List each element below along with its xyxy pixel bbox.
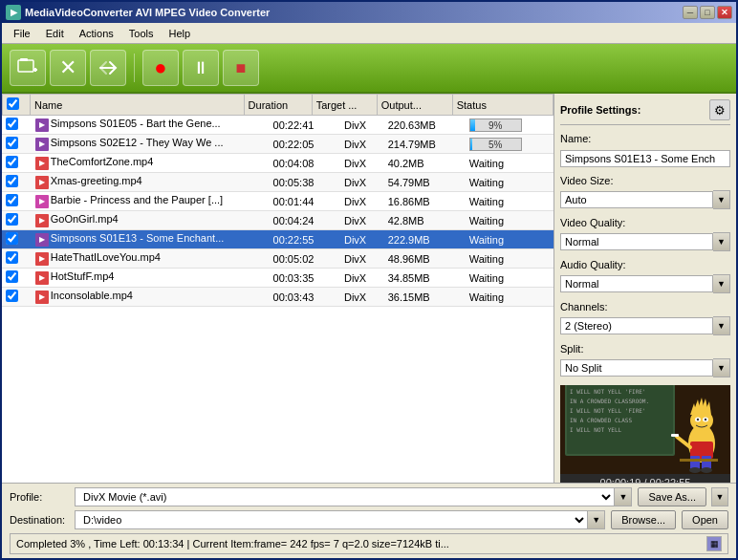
destination-arrow[interactable]: ▼ <box>588 510 605 529</box>
stop-button[interactable]: ■ <box>223 50 259 86</box>
file-duration: 00:03:35 <box>270 269 340 288</box>
progress-bar: 9% <box>469 118 522 132</box>
table-scroll[interactable]: ▶Simpsons S01E05 - Bart the Gene...00:22… <box>2 116 554 483</box>
close-button[interactable]: ✕ <box>717 6 732 19</box>
maximize-button[interactable]: □ <box>700 6 715 19</box>
name-input[interactable] <box>560 150 730 167</box>
file-duration: 00:05:02 <box>270 249 340 269</box>
status-text: Completed 3% , Time Left: 00:13:34 | Cur… <box>16 538 706 549</box>
table-row[interactable]: ▶HotStufF.mp400:03:35DivX34.85MBWaiting <box>2 269 554 288</box>
row-checkbox[interactable] <box>6 290 18 302</box>
table-row[interactable]: ▶Xmas-greeting.mp400:05:38DivX54.79MBWai… <box>2 173 554 192</box>
menu-help[interactable]: Help <box>161 26 198 41</box>
row-checkbox[interactable] <box>6 175 18 187</box>
browse-button[interactable]: Browse... <box>611 510 676 529</box>
table-row[interactable]: ▶Simpsons S01E13 - Some Enchant...00:22:… <box>2 230 554 249</box>
video-quality-label: Video Quality: <box>560 217 730 228</box>
video-size-select[interactable]: Auto <box>560 191 713 208</box>
file-target: DivX <box>340 154 384 173</box>
table-row[interactable]: ▶HateThatILoveYou.mp400:05:02DivX48.96MB… <box>2 249 554 269</box>
video-size-arrow[interactable]: ▼ <box>713 190 730 209</box>
file-status: Waiting <box>466 192 554 211</box>
channels-arrow[interactable]: ▼ <box>713 316 730 335</box>
add-files-button[interactable] <box>10 50 46 86</box>
save-as-button[interactable]: Save As... <box>638 487 706 506</box>
table-row[interactable]: ▶Simpsons S02E12 - They Way We ...00:22:… <box>2 135 554 154</box>
svg-rect-30 <box>680 459 718 462</box>
file-status: Waiting <box>466 154 554 173</box>
save-as-arrow[interactable]: ▼ <box>711 487 728 506</box>
file-name: HateThatILoveYou.mp4 <box>51 251 161 263</box>
preview-time: 00:00:19 / 00:22:55 <box>560 474 730 483</box>
col-name: Name <box>30 95 244 116</box>
preview-area: I WILL NOT YELL 'FIRE' IN A CROWDED CLAS… <box>560 385 730 483</box>
table-row[interactable]: ▶GoOnGirl.mp400:04:24DivX42.8MBWaiting <box>2 211 554 230</box>
file-icon: ▶ <box>35 118 49 132</box>
app-icon: ▶ <box>6 5 21 20</box>
file-output: 54.79MB <box>384 173 466 192</box>
menu-edit[interactable]: Edit <box>38 26 72 41</box>
convert-button[interactable] <box>90 50 126 86</box>
file-list-panel: Name Duration Target ... Output... Statu… <box>2 94 554 483</box>
destination-select[interactable]: D:\video <box>75 510 588 529</box>
file-duration: 00:01:44 <box>270 192 340 211</box>
right-panel: Profile Settings: ⚙ Name: Video Size: Au… <box>554 94 736 483</box>
file-icon: ▶ <box>35 252 49 266</box>
svg-rect-0 <box>18 60 33 72</box>
video-quality-select[interactable]: Normal <box>560 233 713 250</box>
file-status: Waiting <box>466 211 554 230</box>
titlebar-buttons: ─ □ ✕ <box>683 6 732 19</box>
record-button[interactable]: ● <box>142 50 179 86</box>
row-checkbox[interactable] <box>6 137 18 149</box>
row-checkbox[interactable] <box>6 118 18 130</box>
file-duration: 00:22:05 <box>270 135 340 154</box>
row-checkbox[interactable] <box>6 194 18 206</box>
file-target: DivX <box>340 116 384 135</box>
remove-button[interactable]: ✕ <box>50 50 86 86</box>
split-select[interactable]: No Split <box>560 359 713 377</box>
video-quality-arrow[interactable]: ▼ <box>713 232 730 251</box>
channels-label: Channels: <box>560 301 730 312</box>
menu-file[interactable]: File <box>6 26 38 41</box>
svg-text:I WILL NOT YELL 'FIRE': I WILL NOT YELL 'FIRE' <box>570 388 645 395</box>
file-status: Waiting <box>466 249 554 269</box>
audio-quality-select[interactable]: Normal <box>560 275 713 292</box>
profile-select[interactable]: DivX Movie (*.avi) <box>75 487 615 506</box>
file-name: Simpsons S02E12 - They Way We ... <box>51 137 224 148</box>
video-size-label: Video Size: <box>560 175 730 186</box>
row-checkbox[interactable] <box>6 251 18 264</box>
channels-select[interactable]: 2 (Stereo) <box>560 317 713 334</box>
table-row[interactable]: ▶Inconsolable.mp400:03:43DivX36.15MBWait… <box>2 288 554 307</box>
row-checkbox[interactable] <box>6 270 18 283</box>
table-row[interactable]: ▶Barbie - Princess and the Pauper [...]0… <box>2 192 554 211</box>
svg-point-21 <box>697 419 699 420</box>
menubar: File Edit Actions Tools Help <box>2 23 736 44</box>
file-name: Inconsolable.mp4 <box>51 290 133 301</box>
row-checkbox[interactable] <box>6 213 18 226</box>
file-output: 220.63MB <box>384 116 466 135</box>
destination-wrap: D:\video ▼ <box>75 510 605 529</box>
col-check <box>3 95 31 116</box>
file-output: 16.86MB <box>384 192 466 211</box>
pause-button[interactable]: ⏸ <box>183 50 219 86</box>
select-all-checkbox[interactable] <box>7 97 19 110</box>
row-checkbox[interactable] <box>6 156 18 168</box>
file-duration: 00:05:38 <box>270 173 340 192</box>
table-row[interactable]: ▶Simpsons S01E05 - Bart the Gene...00:22… <box>2 116 554 135</box>
profile-select-arrow[interactable]: ▼ <box>615 487 632 506</box>
split-arrow[interactable]: ▼ <box>713 358 730 377</box>
audio-quality-arrow[interactable]: ▼ <box>713 274 730 293</box>
menu-tools[interactable]: Tools <box>121 26 162 41</box>
menu-actions[interactable]: Actions <box>72 26 121 41</box>
status-icon[interactable]: ▦ <box>706 536 722 551</box>
row-checkbox[interactable] <box>6 232 18 245</box>
settings-gear-button[interactable]: ⚙ <box>709 99 730 120</box>
open-button[interactable]: Open <box>682 510 728 529</box>
svg-text:I WILL NOT YELL: I WILL NOT YELL <box>570 426 622 433</box>
file-icon: ▶ <box>35 157 49 170</box>
file-duration: 00:04:24 <box>270 211 340 230</box>
file-output: 214.79MB <box>384 135 466 154</box>
file-icon: ▶ <box>35 138 49 151</box>
table-row[interactable]: ▶TheComfortZone.mp400:04:08DivX40.2MBWai… <box>2 154 554 173</box>
minimize-button[interactable]: ─ <box>683 6 698 19</box>
